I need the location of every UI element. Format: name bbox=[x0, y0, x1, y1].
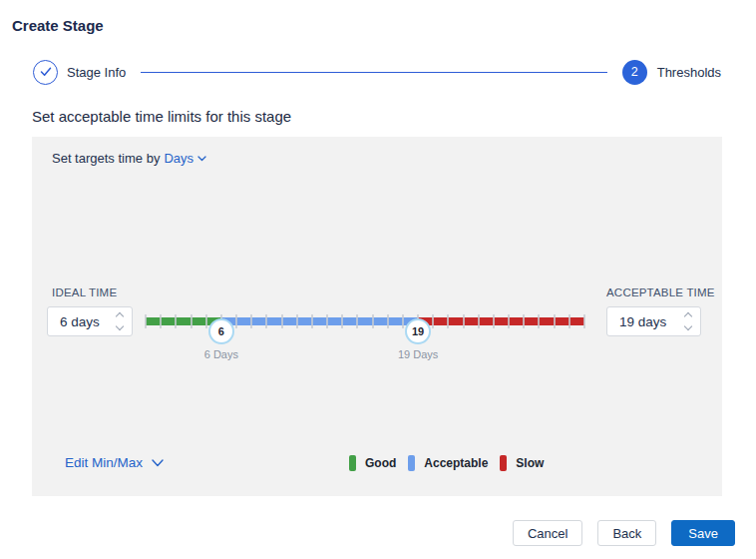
legend-swatch-good bbox=[349, 455, 356, 471]
tick-mark bbox=[432, 314, 434, 328]
legend-item-slow: Slow bbox=[500, 455, 544, 471]
step-completed-circle bbox=[33, 60, 58, 85]
tick-mark bbox=[538, 314, 540, 328]
slider-handle-ideal[interactable]: 6 bbox=[208, 318, 234, 344]
tick-mark bbox=[296, 314, 298, 328]
ideal-time-stepper[interactable] bbox=[115, 313, 132, 329]
thresholds-panel: Set targets time by Days IDEAL TIME bbox=[32, 137, 722, 496]
ideal-time-input[interactable] bbox=[48, 307, 115, 335]
spinner-up-icon[interactable] bbox=[116, 312, 124, 320]
threshold-slider: 6 19 6 Days 19 Days bbox=[146, 307, 584, 351]
section-subtitle: Set acceptable time limits for this stag… bbox=[32, 108, 291, 125]
tick-mark bbox=[341, 314, 343, 328]
slider-handle-ideal-value: 6 bbox=[218, 325, 224, 337]
acceptable-time-input[interactable] bbox=[607, 307, 683, 335]
back-button[interactable]: Back bbox=[597, 520, 656, 546]
tick-mark bbox=[281, 314, 283, 328]
tick-mark bbox=[311, 314, 313, 328]
segment-slow bbox=[418, 317, 584, 325]
tick-mark bbox=[175, 314, 177, 328]
slider-handle-acceptable[interactable]: 19 bbox=[405, 318, 431, 344]
acceptable-time-stepper[interactable] bbox=[683, 313, 700, 329]
slider-handle-acceptable-value: 19 bbox=[412, 325, 424, 337]
spinner-up-icon[interactable] bbox=[684, 312, 692, 320]
acceptable-time-field bbox=[606, 306, 701, 336]
edit-minmax-toggle[interactable]: Edit Min/Max bbox=[65, 455, 164, 470]
tick-mark bbox=[447, 314, 449, 328]
check-icon bbox=[40, 67, 52, 77]
stepper-connector-line bbox=[141, 72, 606, 73]
legend: Good Acceptable Slow bbox=[349, 455, 544, 471]
tick-mark bbox=[523, 314, 525, 328]
tick-mark bbox=[265, 314, 267, 328]
tick-mark bbox=[508, 314, 510, 328]
spinner-down-icon[interactable] bbox=[684, 322, 692, 330]
legend-item-acceptable: Acceptable bbox=[408, 455, 488, 471]
ideal-time-field bbox=[47, 306, 133, 336]
ideal-time-label: IDEAL TIME bbox=[52, 286, 117, 298]
targets-prefix-text: Set targets time by bbox=[52, 151, 160, 166]
tick-mark bbox=[145, 314, 147, 328]
legend-item-good: Good bbox=[349, 455, 396, 471]
tick-mark bbox=[250, 314, 252, 328]
tick-mark bbox=[235, 314, 237, 328]
tick-mark bbox=[387, 314, 389, 328]
legend-label-good: Good bbox=[365, 456, 396, 470]
cancel-button[interactable]: Cancel bbox=[513, 520, 582, 546]
tick-mark bbox=[190, 314, 192, 328]
tick-mark bbox=[205, 314, 207, 328]
slider-track[interactable]: 6 19 6 Days 19 Days bbox=[146, 317, 584, 325]
targets-row: Set targets time by Days bbox=[52, 151, 206, 166]
tick-mark bbox=[463, 314, 465, 328]
stepper-step-stage-info[interactable]: Stage Info bbox=[33, 60, 126, 85]
stepper-step-thresholds[interactable]: 2 Thresholds bbox=[622, 60, 721, 85]
legend-swatch-slow bbox=[500, 455, 507, 471]
slider-handle-label-acceptable: 19 Days bbox=[398, 348, 438, 360]
tick-mark bbox=[160, 314, 162, 328]
tick-mark bbox=[478, 314, 480, 328]
create-stage-dialog: Create Stage Stage Info 2 Thresholds Set… bbox=[0, 0, 756, 559]
save-button[interactable]: Save bbox=[671, 520, 735, 546]
chevron-down-icon bbox=[197, 156, 206, 162]
tick-mark bbox=[356, 314, 358, 328]
slider-handle-label-ideal: 6 Days bbox=[204, 348, 238, 360]
spinner-down-icon[interactable] bbox=[116, 322, 124, 330]
tick-mark bbox=[554, 314, 556, 328]
step-label-thresholds: Thresholds bbox=[657, 65, 721, 80]
acceptable-time-label: ACCEPTABLE TIME bbox=[606, 286, 715, 298]
chevron-down-icon bbox=[152, 459, 164, 467]
step-label-stage-info: Stage Info bbox=[67, 65, 126, 80]
unit-dropdown[interactable]: Days bbox=[164, 151, 206, 166]
step-active-circle: 2 bbox=[622, 60, 647, 85]
step-number: 2 bbox=[631, 65, 638, 79]
tick-mark bbox=[583, 314, 585, 328]
unit-dropdown-value: Days bbox=[164, 151, 193, 166]
page-title: Create Stage bbox=[12, 17, 104, 34]
edit-minmax-label: Edit Min/Max bbox=[65, 455, 143, 470]
tick-mark bbox=[326, 314, 328, 328]
legend-label-slow: Slow bbox=[516, 456, 544, 470]
legend-label-acceptable: Acceptable bbox=[424, 456, 488, 470]
tick-mark bbox=[372, 314, 374, 328]
tick-mark bbox=[402, 314, 404, 328]
footer-actions: Cancel Back Save bbox=[513, 520, 735, 546]
tick-mark bbox=[568, 314, 570, 328]
legend-swatch-acceptable bbox=[408, 455, 415, 471]
stepper: Stage Info 2 Thresholds bbox=[33, 59, 721, 85]
tick-mark bbox=[493, 314, 495, 328]
